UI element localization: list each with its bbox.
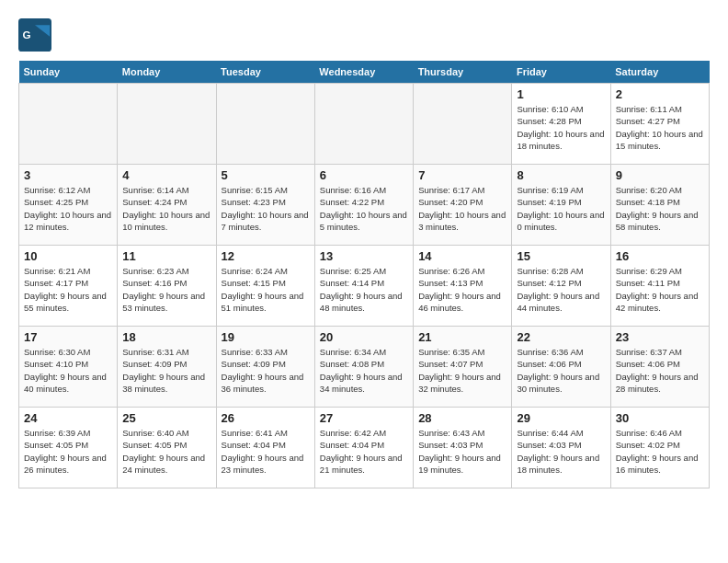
- day-info: Sunrise: 6:23 AMSunset: 4:16 PMDaylight:…: [122, 265, 210, 314]
- weekday-header-monday: Monday: [118, 61, 216, 84]
- day-info: Sunrise: 6:31 AMSunset: 4:09 PMDaylight:…: [122, 346, 210, 395]
- calendar-cell: [216, 84, 314, 165]
- day-number: 20: [320, 330, 408, 344]
- calendar-cell: 2Sunrise: 6:11 AMSunset: 4:27 PMDaylight…: [610, 84, 709, 165]
- day-info: Sunrise: 6:19 AMSunset: 4:19 PMDaylight:…: [517, 184, 605, 233]
- calendar-cell: 22Sunrise: 6:36 AMSunset: 4:06 PMDayligh…: [512, 327, 610, 408]
- day-info: Sunrise: 6:12 AMSunset: 4:25 PMDaylight:…: [24, 184, 112, 233]
- day-number: 8: [517, 168, 605, 182]
- day-info: Sunrise: 6:15 AMSunset: 4:23 PMDaylight:…: [222, 184, 310, 233]
- calendar-cell: 4Sunrise: 6:14 AMSunset: 4:24 PMDaylight…: [118, 165, 216, 246]
- day-info: Sunrise: 6:34 AMSunset: 4:08 PMDaylight:…: [320, 346, 408, 395]
- day-info: Sunrise: 6:10 AMSunset: 4:28 PMDaylight:…: [517, 103, 605, 152]
- day-number: 1: [517, 87, 605, 101]
- calendar-cell: 19Sunrise: 6:33 AMSunset: 4:09 PMDayligh…: [216, 327, 314, 408]
- calendar-cell: 11Sunrise: 6:23 AMSunset: 4:16 PMDayligh…: [118, 246, 216, 327]
- day-number: 5: [222, 168, 310, 182]
- calendar-cell: 28Sunrise: 6:43 AMSunset: 4:03 PMDayligh…: [414, 408, 512, 488]
- day-number: 17: [24, 330, 112, 344]
- weekday-header-wednesday: Wednesday: [314, 61, 413, 84]
- day-info: Sunrise: 6:36 AMSunset: 4:06 PMDaylight:…: [517, 346, 605, 395]
- calendar-cell: [19, 84, 118, 165]
- day-info: Sunrise: 6:11 AMSunset: 4:27 PMDaylight:…: [616, 103, 704, 152]
- calendar-cell: 24Sunrise: 6:39 AMSunset: 4:05 PMDayligh…: [19, 408, 118, 488]
- day-number: 23: [616, 330, 704, 344]
- day-info: Sunrise: 6:24 AMSunset: 4:15 PMDaylight:…: [222, 265, 310, 314]
- calendar-cell: 20Sunrise: 6:34 AMSunset: 4:08 PMDayligh…: [314, 327, 413, 408]
- calendar-cell: 29Sunrise: 6:44 AMSunset: 4:03 PMDayligh…: [512, 408, 610, 488]
- calendar-cell: 5Sunrise: 6:15 AMSunset: 4:23 PMDaylight…: [216, 165, 314, 246]
- weekday-header-saturday: Saturday: [610, 61, 709, 84]
- day-info: Sunrise: 6:29 AMSunset: 4:11 PMDaylight:…: [616, 265, 704, 314]
- calendar-cell: 9Sunrise: 6:20 AMSunset: 4:18 PMDaylight…: [610, 165, 709, 246]
- day-number: 24: [24, 411, 112, 425]
- calendar-cell: 10Sunrise: 6:21 AMSunset: 4:17 PMDayligh…: [19, 246, 118, 327]
- calendar-cell: 17Sunrise: 6:30 AMSunset: 4:10 PMDayligh…: [19, 327, 118, 408]
- day-number: 30: [616, 411, 704, 425]
- calendar-table: SundayMondayTuesdayWednesdayThursdayFrid…: [18, 61, 710, 488]
- day-number: 4: [122, 168, 210, 182]
- day-number: 25: [122, 411, 210, 425]
- day-number: 21: [418, 330, 506, 344]
- day-number: 16: [616, 249, 704, 263]
- day-number: 9: [616, 168, 704, 182]
- day-number: 11: [122, 249, 210, 263]
- calendar-cell: 25Sunrise: 6:40 AMSunset: 4:05 PMDayligh…: [118, 408, 216, 488]
- calendar-cell: 13Sunrise: 6:25 AMSunset: 4:14 PMDayligh…: [314, 246, 413, 327]
- day-info: Sunrise: 6:26 AMSunset: 4:13 PMDaylight:…: [418, 265, 506, 314]
- day-info: Sunrise: 6:33 AMSunset: 4:09 PMDaylight:…: [222, 346, 310, 395]
- logo: G: [18, 18, 57, 52]
- page-header: G: [18, 18, 710, 52]
- calendar-header: SundayMondayTuesdayWednesdayThursdayFrid…: [19, 61, 710, 84]
- day-info: Sunrise: 6:25 AMSunset: 4:14 PMDaylight:…: [320, 265, 408, 314]
- day-info: Sunrise: 6:40 AMSunset: 4:05 PMDaylight:…: [122, 427, 210, 476]
- calendar-cell: 16Sunrise: 6:29 AMSunset: 4:11 PMDayligh…: [610, 246, 709, 327]
- weekday-header-friday: Friday: [512, 61, 610, 84]
- day-number: 22: [517, 330, 605, 344]
- day-info: Sunrise: 6:46 AMSunset: 4:02 PMDaylight:…: [616, 427, 704, 476]
- calendar-cell: 18Sunrise: 6:31 AMSunset: 4:09 PMDayligh…: [118, 327, 216, 408]
- day-number: 29: [517, 411, 605, 425]
- calendar-cell: 1Sunrise: 6:10 AMSunset: 4:28 PMDaylight…: [512, 84, 610, 165]
- logo-icon: G: [18, 18, 51, 52]
- day-info: Sunrise: 6:28 AMSunset: 4:12 PMDaylight:…: [517, 265, 605, 314]
- calendar-cell: 14Sunrise: 6:26 AMSunset: 4:13 PMDayligh…: [414, 246, 512, 327]
- calendar-cell: [314, 84, 413, 165]
- day-number: 10: [24, 249, 112, 263]
- weekday-header-sunday: Sunday: [19, 61, 118, 84]
- day-number: 26: [222, 411, 310, 425]
- day-info: Sunrise: 6:17 AMSunset: 4:20 PMDaylight:…: [418, 184, 506, 233]
- day-number: 13: [320, 249, 408, 263]
- calendar-cell: 7Sunrise: 6:17 AMSunset: 4:20 PMDaylight…: [414, 165, 512, 246]
- day-number: 15: [517, 249, 605, 263]
- calendar-cell: 23Sunrise: 6:37 AMSunset: 4:06 PMDayligh…: [610, 327, 709, 408]
- calendar-cell: 15Sunrise: 6:28 AMSunset: 4:12 PMDayligh…: [512, 246, 610, 327]
- day-info: Sunrise: 6:39 AMSunset: 4:05 PMDaylight:…: [24, 427, 112, 476]
- day-number: 2: [616, 87, 704, 101]
- day-info: Sunrise: 6:16 AMSunset: 4:22 PMDaylight:…: [320, 184, 408, 233]
- svg-text:G: G: [23, 29, 31, 40]
- calendar-cell: 8Sunrise: 6:19 AMSunset: 4:19 PMDaylight…: [512, 165, 610, 246]
- day-number: 6: [320, 168, 408, 182]
- day-info: Sunrise: 6:37 AMSunset: 4:06 PMDaylight:…: [616, 346, 704, 395]
- weekday-header-tuesday: Tuesday: [216, 61, 314, 84]
- calendar-cell: [414, 84, 512, 165]
- calendar-cell: 27Sunrise: 6:42 AMSunset: 4:04 PMDayligh…: [314, 408, 413, 488]
- day-number: 28: [418, 411, 506, 425]
- day-info: Sunrise: 6:21 AMSunset: 4:17 PMDaylight:…: [24, 265, 112, 314]
- calendar-cell: 30Sunrise: 6:46 AMSunset: 4:02 PMDayligh…: [610, 408, 709, 488]
- calendar-cell: 3Sunrise: 6:12 AMSunset: 4:25 PMDaylight…: [19, 165, 118, 246]
- day-info: Sunrise: 6:20 AMSunset: 4:18 PMDaylight:…: [616, 184, 704, 233]
- day-number: 12: [222, 249, 310, 263]
- day-info: Sunrise: 6:30 AMSunset: 4:10 PMDaylight:…: [24, 346, 112, 395]
- calendar-cell: 6Sunrise: 6:16 AMSunset: 4:22 PMDaylight…: [314, 165, 413, 246]
- calendar-cell: 12Sunrise: 6:24 AMSunset: 4:15 PMDayligh…: [216, 246, 314, 327]
- day-info: Sunrise: 6:35 AMSunset: 4:07 PMDaylight:…: [418, 346, 506, 395]
- weekday-header-thursday: Thursday: [414, 61, 512, 84]
- day-info: Sunrise: 6:42 AMSunset: 4:04 PMDaylight:…: [320, 427, 408, 476]
- day-number: 14: [418, 249, 506, 263]
- day-number: 27: [320, 411, 408, 425]
- day-info: Sunrise: 6:14 AMSunset: 4:24 PMDaylight:…: [122, 184, 210, 233]
- day-info: Sunrise: 6:41 AMSunset: 4:04 PMDaylight:…: [222, 427, 310, 476]
- day-number: 3: [24, 168, 112, 182]
